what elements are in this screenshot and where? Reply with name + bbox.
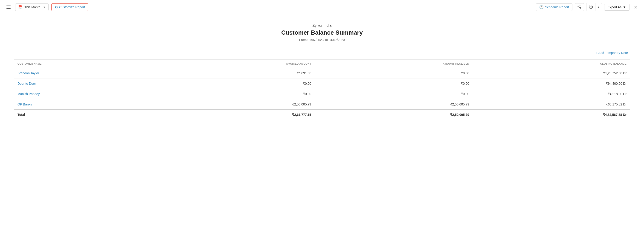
- total-invoiced: ₹2,61,777.15: [161, 110, 315, 120]
- customer-link-manish-pandey[interactable]: Manish Pandey: [18, 92, 40, 96]
- total-received: ₹2,50,005.79: [315, 110, 473, 120]
- report-title: Customer Balance Summary: [14, 29, 630, 36]
- customer-link-brandon-taylor[interactable]: Brandon Taylor: [18, 71, 39, 75]
- invoiced-amount-cell: ₹0.00: [161, 78, 315, 89]
- total-row: Total ₹2,61,777.15 ₹2,50,005.79 ₹4,82,56…: [14, 110, 630, 120]
- col-invoiced-amount: INVOICED AMOUNT: [161, 60, 315, 68]
- col-amount-received: AMOUNT RECEIVED: [315, 60, 473, 68]
- schedule-report-label: Schedule Report: [545, 5, 569, 9]
- export-button[interactable]: Export As ▼: [604, 4, 630, 11]
- customer-name-cell: Door to Door: [14, 78, 161, 89]
- chevron-down-icon: ▼: [623, 5, 626, 9]
- closing-balance-cell: ₹4,218.00 Cr: [473, 89, 630, 99]
- chevron-down-icon: ▼: [597, 6, 600, 9]
- total-label: Total: [14, 110, 161, 120]
- add-note-label: + Add Temporary Note: [596, 51, 628, 55]
- col-closing-balance: CLOSING BALANCE: [473, 60, 630, 68]
- share-button[interactable]: [575, 3, 584, 11]
- table-header-row: CUSTOMER NAME INVOICED AMOUNT AMOUNT REC…: [14, 60, 630, 68]
- report-date-range: From 01/07/2023 To 31/07/2023: [14, 38, 630, 42]
- amount-received-cell: ₹0.00: [315, 68, 473, 78]
- add-temporary-note-button[interactable]: + Add Temporary Note: [596, 51, 628, 55]
- header: 📅 This Month ▼ ⚙ Customize Report 🕐 Sche…: [0, 0, 644, 14]
- header-left: 📅 This Month ▼ ⚙ Customize Report: [4, 4, 88, 11]
- table-row: Brandon Taylor ₹4,691.36 ₹0.00 ₹1,28,752…: [14, 68, 630, 78]
- table-row: QP Banks ₹2,50,005.79 ₹2,50,005.79 ₹60,1…: [14, 99, 630, 110]
- schedule-report-button[interactable]: 🕐 Schedule Report: [536, 4, 572, 11]
- clock-icon: 🕐: [539, 5, 544, 9]
- total-closing: ₹4,82,567.88 Dr: [473, 110, 630, 120]
- hamburger-line: [6, 7, 10, 7]
- report-table: CUSTOMER NAME INVOICED AMOUNT AMOUNT REC…: [14, 59, 630, 120]
- company-name: Zylker India: [14, 24, 630, 28]
- add-note-row: + Add Temporary Note: [14, 51, 630, 55]
- amount-received-cell: ₹0.00: [315, 78, 473, 89]
- print-group: ▼: [586, 3, 602, 11]
- close-icon: ✕: [634, 5, 638, 10]
- invoiced-amount-cell: ₹2,50,005.79: [161, 99, 315, 110]
- table-body: Brandon Taylor ₹4,691.36 ₹0.00 ₹1,28,752…: [14, 68, 630, 120]
- customer-link-door-to-door[interactable]: Door to Door: [18, 82, 36, 85]
- share-icon: [577, 5, 582, 10]
- svg-line-4: [579, 6, 580, 6]
- amount-received-cell: ₹2,50,005.79: [315, 99, 473, 110]
- header-right: 🕐 Schedule Report: [536, 3, 640, 11]
- close-button[interactable]: ✕: [632, 4, 640, 11]
- hamburger-line: [6, 8, 10, 9]
- hamburger-line: [6, 6, 10, 6]
- invoiced-amount-cell: ₹4,691.36: [161, 68, 315, 78]
- table-header: CUSTOMER NAME INVOICED AMOUNT AMOUNT REC…: [14, 60, 630, 68]
- customer-name-cell: Manish Pandey: [14, 89, 161, 99]
- print-button[interactable]: [586, 3, 595, 11]
- hamburger-button[interactable]: [4, 4, 12, 11]
- date-selector-button[interactable]: 📅 This Month ▼: [15, 4, 48, 11]
- col-customer-name: CUSTOMER NAME: [14, 60, 161, 68]
- customer-name-cell: QP Banks: [14, 99, 161, 110]
- chevron-down-icon: ▼: [43, 6, 46, 9]
- closing-balance-cell: ₹94,400.00 Dr: [473, 78, 630, 89]
- print-dropdown-button[interactable]: ▼: [596, 3, 602, 11]
- customize-report-button[interactable]: ⚙ Customize Report: [51, 4, 88, 11]
- amount-received-cell: ₹0.00: [315, 89, 473, 99]
- customize-report-label: Customize Report: [59, 5, 85, 9]
- export-label: Export As: [608, 5, 622, 9]
- calendar-icon: 📅: [18, 5, 22, 9]
- report-content: Zylker India Customer Balance Summary Fr…: [0, 14, 644, 129]
- date-selector-label: This Month: [24, 5, 40, 9]
- svg-line-3: [579, 7, 580, 8]
- invoiced-amount-cell: ₹0.00: [161, 89, 315, 99]
- customer-name-cell: Brandon Taylor: [14, 68, 161, 78]
- gear-icon: ⚙: [55, 5, 58, 9]
- customer-link-qp-banks[interactable]: QP Banks: [18, 102, 32, 106]
- closing-balance-cell: ₹60,175.82 Dr: [473, 99, 630, 110]
- report-header: Zylker India Customer Balance Summary Fr…: [14, 24, 630, 42]
- svg-rect-5: [590, 7, 592, 8]
- print-icon: [589, 6, 593, 10]
- closing-balance-cell: ₹1,28,752.30 Dr: [473, 68, 630, 78]
- table-row: Door to Door ₹0.00 ₹0.00 ₹94,400.00 Dr: [14, 78, 630, 89]
- table-row: Manish Pandey ₹0.00 ₹0.00 ₹4,218.00 Cr: [14, 89, 630, 99]
